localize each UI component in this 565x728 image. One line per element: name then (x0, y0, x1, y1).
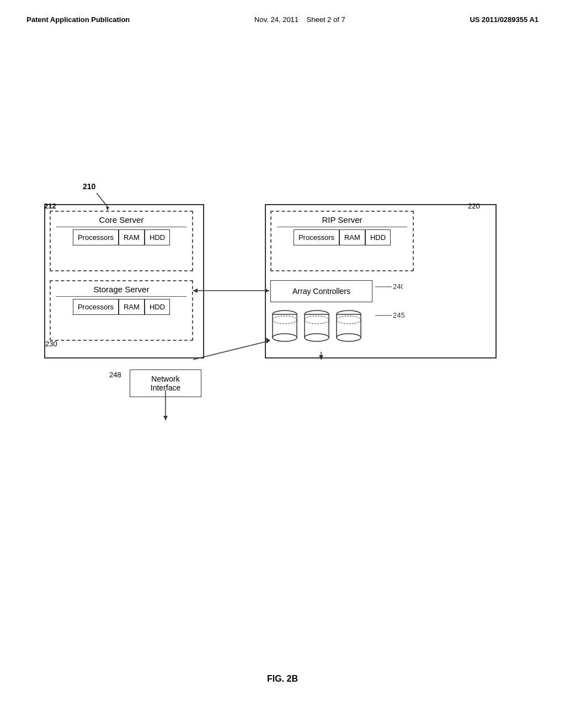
fig-label: FIG. 2B (267, 674, 298, 684)
rip-server-components: Processors RAM HDD (271, 229, 413, 245)
label-245: 245 (375, 310, 406, 323)
label-248: 248 (109, 371, 121, 379)
arrow-245-indicator: 245 (375, 310, 406, 321)
rip-server-title: RIP Server (271, 212, 413, 227)
publication-label: Patent Application Publication (26, 15, 130, 24)
label-212: 212 (44, 202, 56, 210)
svg-point-10 (305, 334, 329, 341)
core-hdd: HDD (145, 229, 170, 245)
rip-processors: Processors (294, 229, 339, 245)
svg-text:245: 245 (393, 311, 405, 319)
date-sheet-label: Nov. 24, 2011 Sheet 2 of 7 (254, 15, 345, 24)
storage-ram: RAM (119, 299, 145, 315)
core-server-title: Core Server (51, 212, 192, 227)
network-interface-label: NetworkInterface (151, 374, 180, 392)
storage-server-box: Storage Server Processors RAM HDD (50, 280, 193, 341)
svg-point-6 (273, 334, 297, 341)
disks-area (270, 309, 363, 343)
rip-server-box: RIP Server Processors RAM HDD (270, 211, 414, 271)
core-server-box: Core Server Processors RAM HDD (50, 211, 193, 271)
label-220: 220 (468, 202, 480, 210)
core-processors: Processors (73, 229, 119, 245)
arrow-240-indicator: 240 (375, 281, 403, 292)
disk-1 (270, 309, 299, 343)
svg-text:240: 240 (393, 282, 403, 291)
core-ram: RAM (119, 229, 145, 245)
sheet-label: Sheet 2 of 7 (307, 15, 345, 24)
svg-line-21 (193, 341, 269, 360)
svg-point-14 (337, 334, 361, 341)
array-controllers-box: Array Controllers (270, 280, 372, 302)
rip-ram: RAM (339, 229, 365, 245)
patent-number-label: US 2011/0289355 A1 (470, 15, 539, 24)
storage-processors: Processors (73, 299, 119, 315)
svg-marker-24 (163, 416, 168, 420)
storage-server-title: Storage Server (51, 281, 192, 296)
disk-3 (334, 309, 363, 343)
storage-hdd: HDD (145, 299, 170, 315)
rip-hdd: HDD (365, 229, 391, 245)
disk-2 (302, 309, 331, 343)
network-interface-box: NetworkInterface (130, 370, 201, 397)
label-240: 240 (375, 281, 403, 294)
label-230: 230 (45, 340, 57, 348)
diagram-area: 210 212 220 Core Server Processors RAM H… (33, 182, 519, 502)
core-server-components: Processors RAM HDD (51, 229, 192, 245)
date-label: Nov. 24, 2011 (254, 15, 299, 24)
page-header: Patent Application Publication Nov. 24, … (0, 0, 565, 24)
storage-server-components: Processors RAM HDD (51, 299, 192, 315)
